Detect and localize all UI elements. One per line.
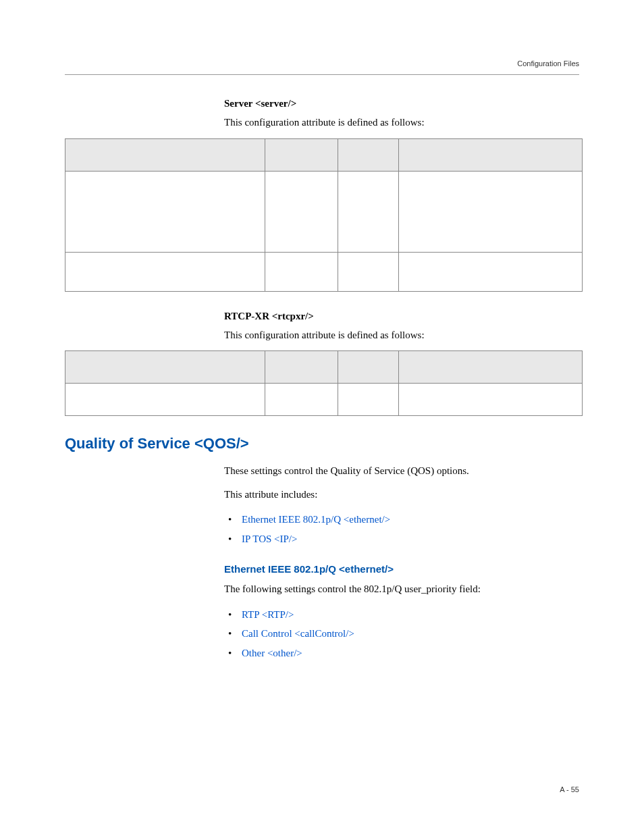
table-cell <box>338 384 399 416</box>
table-cell <box>65 384 265 416</box>
table-header-row <box>65 138 583 171</box>
table-header-cell <box>399 138 583 171</box>
list-item: Ethernet IEEE 802.1p/Q <ethernet/> <box>224 510 579 529</box>
table-row <box>65 252 583 291</box>
table-cell <box>265 171 338 252</box>
page-number: A - 55 <box>560 785 579 793</box>
table-cell <box>338 171 399 252</box>
server-intro-text: This configuration attribute is defined … <box>224 115 579 130</box>
table-cell <box>65 171 265 252</box>
table-cell <box>399 252 583 291</box>
table-cell <box>265 252 338 291</box>
table-row <box>65 171 583 252</box>
table-header-row <box>65 351 583 384</box>
table-cell <box>265 384 338 416</box>
table-row <box>65 384 583 416</box>
table-header-cell <box>338 351 399 384</box>
table-header-cell <box>338 138 399 171</box>
rtcpxr-section-heading: RTCP-XR <rtcpxr/> <box>224 311 579 322</box>
link-ethernet[interactable]: Ethernet IEEE 802.1p/Q <ethernet/> <box>242 514 390 525</box>
list-item: Call Control <callControl/> <box>224 624 579 644</box>
ethernet-intro-text: The following settings control the 802.1… <box>224 581 579 597</box>
link-rtp[interactable]: RTP <RTP/> <box>242 609 294 620</box>
link-callcontrol[interactable]: Call Control <callControl/> <box>242 628 354 639</box>
table-cell <box>338 252 399 291</box>
rtcpxr-intro-text: This configuration attribute is defined … <box>224 328 579 343</box>
qos-para-1: These settings control the Quality of Se… <box>224 463 579 479</box>
running-header: Configuration Files <box>65 59 579 73</box>
ethernet-heading: Ethernet IEEE 802.1p/Q <ethernet/> <box>224 563 579 575</box>
rtcpxr-attribute-table <box>65 350 583 416</box>
table-header-cell <box>399 351 583 384</box>
qos-para-2: This attribute includes: <box>224 487 579 502</box>
list-item: RTP <RTP/> <box>224 605 579 625</box>
server-attribute-table <box>65 138 583 292</box>
list-item: IP TOS <IP/> <box>224 529 579 549</box>
table-header-cell <box>65 138 265 171</box>
qos-bullet-list: Ethernet IEEE 802.1p/Q <ethernet/> IP TO… <box>224 510 579 548</box>
header-rule <box>65 74 579 75</box>
list-item: Other <other/> <box>224 644 579 663</box>
table-cell <box>399 384 583 416</box>
link-ip-tos[interactable]: IP TOS <IP/> <box>242 533 298 544</box>
table-cell <box>65 252 265 291</box>
table-header-cell <box>265 351 338 384</box>
table-header-cell <box>265 138 338 171</box>
table-header-cell <box>65 351 265 384</box>
server-section-heading: Server <server/> <box>224 98 579 109</box>
qos-heading: Quality of Service <QOS/> <box>65 435 579 452</box>
ethernet-bullet-list: RTP <RTP/> Call Control <callControl/> O… <box>224 605 579 663</box>
table-cell <box>399 171 583 252</box>
link-other[interactable]: Other <other/> <box>242 648 302 658</box>
